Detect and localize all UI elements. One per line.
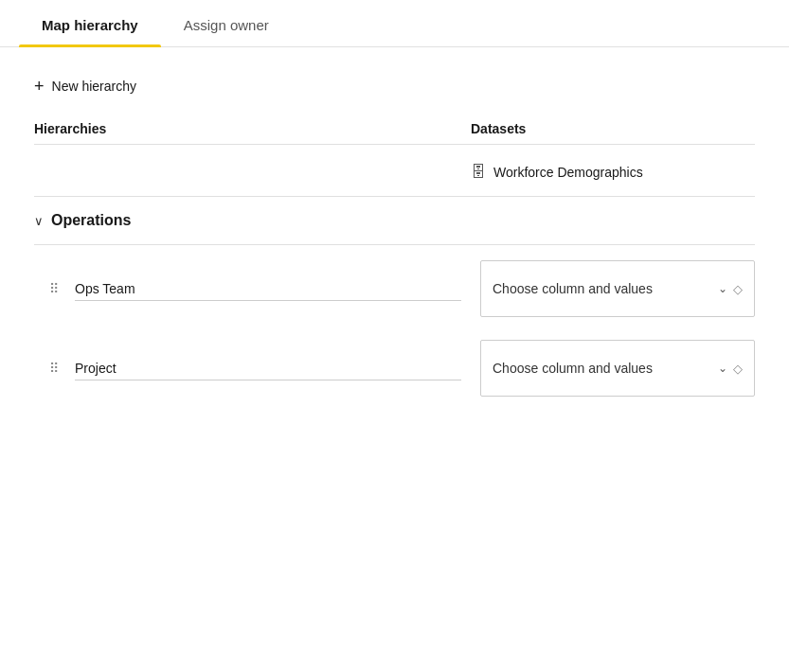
tab-map-hierarchy[interactable]: Map hierarchy [19, 0, 161, 46]
dataset-name: Workforce Demographics [493, 165, 643, 180]
dataset-row: 🗄 Workforce Demographics [34, 164, 755, 181]
ops-team-dropdown[interactable]: Choose column and values ⌄ ◇ [480, 260, 755, 317]
project-dropdown[interactable]: Choose column and values ⌄ ◇ [480, 340, 755, 397]
tab-bar: Map hierarchy Assign owner [0, 0, 789, 47]
project-dropdown-label: Choose column and values [493, 361, 718, 376]
plus-icon: + [34, 78, 45, 95]
project-clear-icon[interactable]: ◇ [733, 362, 743, 376]
main-content: + New hierarchy Hierarchies Datasets 🗄 W… [0, 47, 789, 446]
operations-title: Operations [51, 212, 131, 229]
datasets-column-header: Datasets [471, 121, 755, 136]
dataset-right: 🗄 Workforce Demographics [471, 164, 755, 181]
ops-team-dropdown-label: Choose column and values [493, 281, 718, 296]
project-input[interactable] [75, 357, 461, 380]
database-icon: 🗄 [471, 164, 486, 181]
ops-team-clear-icon[interactable]: ◇ [733, 282, 743, 296]
ops-team-chevron-icon: ⌄ [718, 282, 727, 295]
new-hierarchy-button[interactable]: + New hierarchy [34, 74, 136, 98]
section-divider [34, 196, 755, 197]
operations-divider [34, 244, 755, 245]
operations-chevron-icon: ∨ [34, 214, 44, 228]
project-chevron-icon: ⌄ [718, 362, 727, 375]
hierarchies-column-header: Hierarchies [34, 121, 471, 136]
drag-dots-icon-2: ⠿ [49, 362, 60, 375]
drag-handle-ops-team[interactable]: ⠿ [49, 282, 60, 295]
ops-team-input[interactable] [75, 277, 461, 301]
columns-header: Hierarchies Datasets [34, 121, 755, 136]
drag-dots-icon: ⠿ [49, 282, 60, 295]
header-divider [34, 144, 755, 145]
operation-row-project: ⠿ Choose column and values ⌄ ◇ [34, 340, 755, 397]
new-hierarchy-label: New hierarchy [52, 79, 136, 94]
project-dropdown-icons: ⌄ ◇ [718, 362, 743, 376]
operations-header[interactable]: ∨ Operations [34, 212, 755, 229]
ops-team-dropdown-icons: ⌄ ◇ [718, 282, 743, 296]
operation-row-ops-team: ⠿ Choose column and values ⌄ ◇ [34, 260, 755, 317]
drag-handle-project[interactable]: ⠿ [49, 362, 60, 375]
tab-assign-owner[interactable]: Assign owner [161, 0, 292, 46]
